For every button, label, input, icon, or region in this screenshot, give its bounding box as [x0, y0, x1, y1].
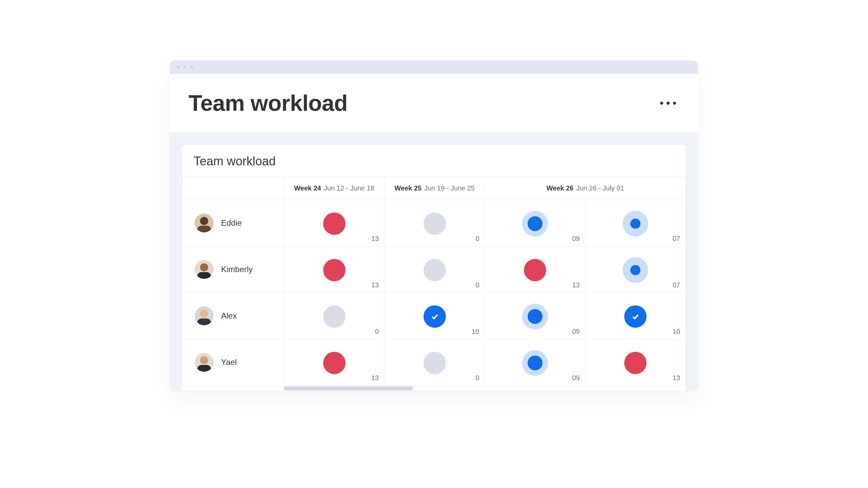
workload-cell[interactable]: 13: [284, 200, 384, 246]
workload-bubble-red[interactable]: [624, 352, 647, 374]
workload-bubble-red[interactable]: [323, 259, 346, 281]
person-cell: Yael: [182, 339, 284, 386]
svg-point-14: [200, 356, 208, 364]
person-name: Kimberly: [221, 265, 253, 274]
workload-bubble-blue-ring[interactable]: [623, 211, 648, 237]
window-control-min[interactable]: [183, 65, 186, 69]
workload-cell[interactable]: 07: [585, 200, 686, 246]
workload-value: 09: [572, 328, 580, 336]
workload-value: 10: [673, 328, 680, 336]
workload-cell[interactable]: 0: [384, 339, 485, 386]
svg-rect-7: [197, 272, 211, 279]
horizontal-scrollbar[interactable]: [182, 386, 686, 391]
window-control-max[interactable]: [190, 65, 193, 69]
avatar[interactable]: [195, 306, 214, 325]
workload-cell[interactable]: 13: [585, 339, 686, 386]
more-dots-icon: [667, 102, 670, 105]
workload-value: 07: [673, 235, 680, 243]
workload-table: Week 24Jun 12 - June 18 Week 25Jun 19 - …: [182, 177, 686, 386]
empty-header: [182, 177, 284, 200]
page-title: Team workload: [189, 90, 348, 116]
workload-bubble-blue-ring[interactable]: [522, 211, 548, 237]
workload-bubble-gray[interactable]: [423, 352, 446, 374]
blue-inner-dot: [528, 309, 542, 324]
more-dots-icon: [660, 102, 663, 105]
workload-cell[interactable]: 09: [485, 339, 585, 386]
workload-value: 09: [572, 374, 580, 382]
workload-cell[interactable]: 0: [384, 246, 485, 293]
workload-cell[interactable]: 0: [284, 293, 384, 339]
blue-inner-dot: [630, 265, 640, 275]
workload-value: 13: [371, 281, 379, 289]
person-cell: Eddie: [182, 200, 284, 246]
workload-cell[interactable]: 0: [384, 200, 485, 246]
page-header: Team workload: [170, 74, 698, 132]
workload-bubble-gray[interactable]: [323, 305, 346, 328]
person-cell: Kimberly: [182, 246, 284, 293]
svg-point-10: [200, 310, 208, 318]
app-window: Team workload Team workload Week 24Jun 1…: [170, 60, 698, 391]
scrollbar-thumb[interactable]: [284, 386, 413, 390]
svg-rect-3: [197, 226, 211, 232]
table-row: Kimberly 13 0 13 07: [182, 246, 686, 293]
workload-value: 07: [673, 281, 680, 289]
window-titlebar: [170, 60, 698, 74]
workload-bubble-red[interactable]: [323, 352, 346, 374]
table-row: Eddie 13 0 09 07: [182, 200, 686, 246]
content-area: Team workload Week 24Jun 12 - June 18 We…: [170, 132, 698, 391]
blue-inner-dot: [528, 216, 542, 231]
workload-bubble-blue-ring[interactable]: [522, 304, 548, 329]
workload-bubble-blue-ring[interactable]: [522, 350, 548, 376]
avatar[interactable]: [195, 260, 214, 279]
svg-point-6: [200, 263, 208, 271]
table-row: Yael 13 0 09 13: [182, 339, 686, 386]
week-header: Week 26Jun 26 - July 01: [485, 177, 686, 200]
workload-value: 10: [472, 328, 479, 336]
check-icon: [631, 312, 639, 321]
workload-cell[interactable]: 10: [585, 293, 686, 339]
workload-bubble-red[interactable]: [524, 259, 546, 281]
week-header: Week 24Jun 12 - June 18: [284, 177, 384, 200]
workload-value: 09: [572, 235, 580, 243]
workload-value: 13: [371, 374, 379, 382]
workload-value: 0: [475, 235, 479, 243]
workload-cell[interactable]: 07: [585, 246, 686, 293]
workload-bubble-gray[interactable]: [423, 212, 446, 235]
workload-cell[interactable]: 13: [284, 246, 384, 293]
workload-bubble-blue[interactable]: [423, 305, 446, 328]
blue-inner-dot: [528, 355, 542, 370]
workload-cell[interactable]: 13: [485, 246, 585, 293]
workload-bubble-blue-ring[interactable]: [623, 257, 648, 283]
workload-cell[interactable]: 09: [485, 200, 585, 246]
blue-inner-dot: [630, 219, 640, 229]
workload-value: 0: [375, 328, 379, 336]
week-header: Week 25Jun 19 - June 25: [384, 177, 485, 200]
person-cell: Alex: [182, 293, 284, 339]
workload-bubble-red[interactable]: [323, 212, 346, 235]
workload-cell[interactable]: 13: [284, 339, 384, 386]
table-row: Alex 0 10 09 10: [182, 293, 686, 339]
workload-bubble-blue[interactable]: [624, 305, 647, 328]
svg-point-2: [200, 217, 208, 225]
person-name: Alex: [221, 311, 237, 321]
more-dots-icon: [673, 102, 676, 105]
avatar[interactable]: [195, 353, 214, 372]
workload-value: 13: [673, 374, 680, 382]
table-header-row: Week 24Jun 12 - June 18 Week 25Jun 19 - …: [182, 177, 686, 200]
svg-rect-11: [197, 319, 211, 325]
check-icon: [431, 312, 439, 321]
workload-value: 0: [475, 374, 479, 382]
svg-rect-15: [197, 365, 211, 372]
workload-cell[interactable]: 10: [384, 293, 485, 339]
workload-value: 13: [371, 235, 379, 243]
workload-bubble-gray[interactable]: [423, 259, 446, 281]
more-options-button[interactable]: [657, 98, 679, 108]
avatar[interactable]: [195, 214, 214, 232]
person-name: Eddie: [221, 218, 242, 228]
workload-cell[interactable]: 09: [485, 293, 585, 339]
workload-value: 13: [572, 281, 580, 289]
workload-value: 0: [475, 281, 479, 289]
person-name: Yael: [221, 358, 237, 367]
window-control-close[interactable]: [176, 65, 180, 69]
card-title: Team workload: [182, 145, 686, 177]
